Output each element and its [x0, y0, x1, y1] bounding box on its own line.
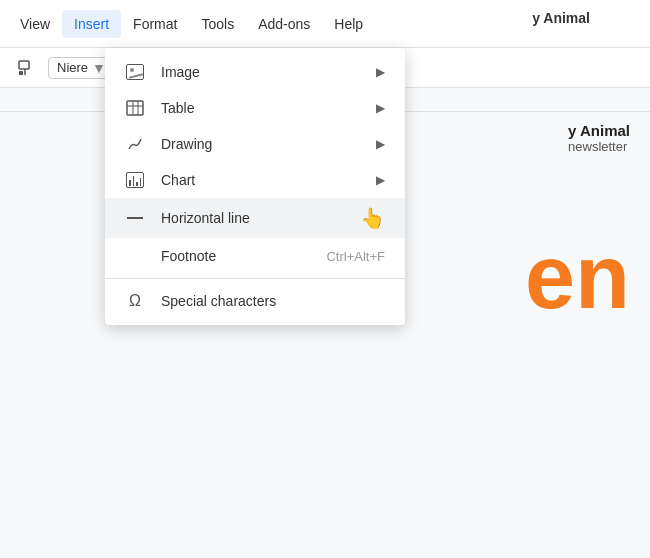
style-dropdown-arrow: ▼: [92, 60, 106, 76]
footnote-icon: [125, 246, 145, 266]
image-arrow: ▶: [376, 65, 385, 79]
drawing-icon: [125, 134, 145, 154]
footnote-label: Footnote: [161, 248, 310, 264]
doc-newsletter: newsletter: [568, 139, 630, 154]
menu-item-drawing[interactable]: Drawing ▶: [105, 126, 405, 162]
svg-rect-1: [19, 71, 23, 75]
menubar: View Insert Format Tools Add-ons Help y …: [0, 0, 650, 48]
menu-format[interactable]: Format: [121, 10, 189, 38]
menu-insert[interactable]: Insert: [62, 10, 121, 38]
omega-icon: Ω: [125, 291, 145, 311]
menu-tools[interactable]: Tools: [189, 10, 246, 38]
doc-animal-title: y Animal: [568, 122, 630, 139]
chart-label: Chart: [161, 172, 360, 188]
chart-arrow: ▶: [376, 173, 385, 187]
drawing-arrow: ▶: [376, 137, 385, 151]
menu-item-footnote[interactable]: Footnote Ctrl+Alt+F: [105, 238, 405, 274]
menu-item-horizontal-line[interactable]: Horizontal line 👆: [105, 198, 405, 238]
menu-addons[interactable]: Add-ons: [246, 10, 322, 38]
insert-dropdown: Image ▶ Table ▶ Drawing ▶: [105, 48, 405, 325]
menu-divider: [105, 278, 405, 279]
svg-rect-0: [19, 61, 29, 69]
menu-item-image[interactable]: Image ▶: [105, 54, 405, 90]
menu-item-special-characters[interactable]: Ω Special characters: [105, 283, 405, 319]
table-icon: [125, 98, 145, 118]
menu-item-table[interactable]: Table ▶: [105, 90, 405, 126]
image-icon: [125, 62, 145, 82]
doc-big-text: en: [525, 232, 630, 322]
horizontal-line-label: Horizontal line: [161, 210, 340, 226]
paint-format-icon[interactable]: [12, 54, 40, 82]
drawing-label: Drawing: [161, 136, 360, 152]
menu-item-chart[interactable]: Chart ▶: [105, 162, 405, 198]
table-arrow: ▶: [376, 101, 385, 115]
doc-visible-title: y Animal: [532, 10, 590, 26]
svg-rect-3: [127, 101, 143, 115]
cursor-pointer: 👆: [360, 206, 385, 230]
menu-view[interactable]: View: [8, 10, 62, 38]
horizontal-line-icon: [125, 208, 145, 228]
footnote-shortcut: Ctrl+Alt+F: [326, 249, 385, 264]
chart-icon: [125, 170, 145, 190]
special-characters-label: Special characters: [161, 293, 385, 309]
menu-help[interactable]: Help: [322, 10, 375, 38]
image-label: Image: [161, 64, 360, 80]
table-label: Table: [161, 100, 360, 116]
